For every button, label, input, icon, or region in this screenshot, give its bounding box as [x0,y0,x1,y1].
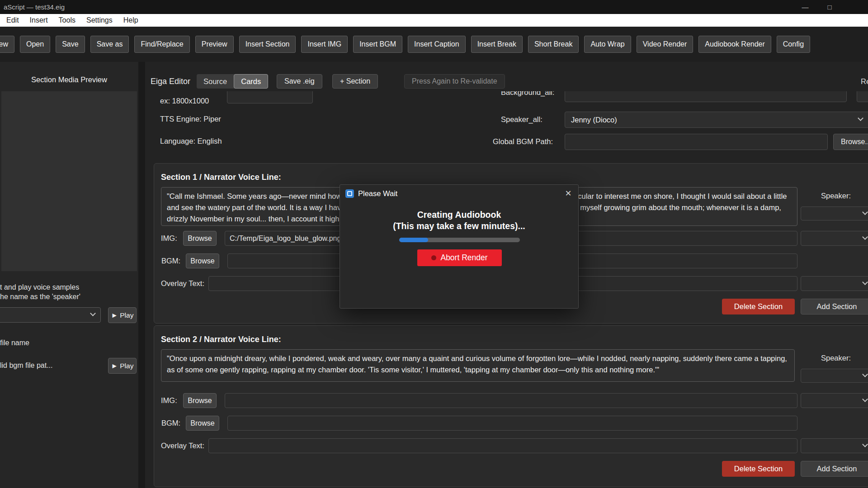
chevron-down-icon [862,371,868,377]
toolbar-insert-section-button[interactable]: Insert Section [239,36,296,53]
minimize-icon[interactable]: — [793,0,817,14]
global-bgm-input[interactable] [565,134,828,150]
toolbar-short-break-button[interactable]: Short Break [528,36,579,53]
play-bgm-button[interactable]: ► Play [108,358,137,374]
section-heading: Section 1 / Narrator Voice Line: [161,173,281,182]
dialog-message: Creating Audiobook [340,210,578,220]
bgm-path-input[interactable] [227,416,797,431]
delete-section-button[interactable]: Delete Section [722,299,795,314]
play-voice-sample-button[interactable]: ► Play [108,307,137,323]
narrator-voice-textarea[interactable]: "Once upon a midnight dreary, while I po… [161,349,795,382]
maximize-icon[interactable]: □ [817,0,842,14]
speaker-label: Speaker: [821,192,851,200]
section-media-preview-panel [1,91,137,271]
toolbar-save-button[interactable]: Save [56,36,85,53]
toolbar-audiobook-render-button[interactable]: Audiobook Render [698,36,771,53]
abort-render-button[interactable]: Abort Render [417,249,502,266]
overlay-text-input[interactable] [208,438,797,453]
menu-help[interactable]: Help [118,16,144,24]
app-icon [345,189,354,198]
dialog-titlebar: Please Wait ✕ [340,185,578,202]
toolbar: New Open Save Save as Find/Replace Previ… [0,27,868,62]
speaker-label: Speaker: [821,354,851,362]
bgm-browse-button[interactable]: Browse [186,416,219,431]
voice-sample-hint-line2: he name as the 'speaker' [0,293,80,301]
tab-source[interactable]: Source [197,74,234,89]
bgm-label: BGM: [161,419,180,427]
bgm-browse-button[interactable]: Browse [186,253,219,268]
img-path-input[interactable] [225,393,797,408]
overlay-right-select[interactable] [801,276,868,291]
language-label: Language: English [160,137,222,145]
record-dot-icon [431,255,436,260]
global-bgm-label: Global BGM Path: [493,137,553,146]
toolbar-insert-img-button[interactable]: Insert IMG [301,36,348,53]
toolbar-insert-break-button[interactable]: Insert Break [471,36,523,53]
toolbar-video-render-button[interactable]: Video Render [637,36,693,53]
img-right-select[interactable] [801,393,868,408]
abort-render-label: Abort Render [440,253,487,263]
toolbar-insert-bgm-button[interactable]: Insert BGM [353,36,402,53]
toolbar-auto-wrap-button[interactable]: Auto Wrap [584,36,631,53]
toolbar-insert-caption-button[interactable]: Insert Caption [408,36,466,53]
close-icon[interactable]: ✕ [558,185,578,202]
sidebar-title: Section Media Preview [0,75,138,84]
view-mode-tabs: Source Cards [197,74,268,89]
speaker-select[interactable] [801,369,868,383]
editor-title: Eiga Editor [151,74,190,89]
dialog-submessage: (This may take a few minutes)... [340,221,578,231]
global-bgm-browse-button[interactable]: Browse... [833,134,868,150]
chevron-down-icon [862,441,868,447]
add-section-top-button[interactable]: + Section [332,74,378,89]
overlay-text-label: Overlay Text: [161,279,204,288]
img-browse-button[interactable]: Browse [183,393,217,408]
delete-section-button[interactable]: Delete Section [722,461,795,477]
please-wait-dialog: Please Wait ✕ Creating Audiobook (This m… [340,184,579,309]
speaker-all-value: Jenny (Dioco) [565,112,868,127]
sidebar-divider [138,62,145,488]
add-section-button[interactable]: Add Section [801,299,868,314]
progress-fill [399,238,428,242]
img-right-select[interactable] [801,231,868,246]
toolbar-open-button[interactable]: Open [20,36,50,53]
toolbar-config-button[interactable]: Config [777,36,810,53]
img-browse-button[interactable]: Browse [183,231,217,246]
progress-bar [399,238,520,242]
toolbar-find-replace-button[interactable]: Find/Replace [134,36,189,53]
voice-sample-select[interactable] [0,307,101,323]
bgm-path-hint: lid bgm file pat... [0,361,53,370]
menu-insert[interactable]: Insert [24,16,53,24]
img-label: IMG: [161,396,177,405]
bgm-label: BGM: [161,257,180,265]
tts-engine-label: TTS Engine: Piper [160,115,221,123]
overlay-right-select[interactable] [801,438,868,453]
toolbar-new-button[interactable]: New [0,36,14,53]
speaker-select[interactable] [801,206,868,221]
window-controls: — □ [793,0,842,14]
window-title: aScript — test34.eig [4,3,65,11]
top-right-cut-label: Re [861,74,868,89]
overlay-text-label: Overlay Text: [161,441,204,450]
chevron-down-icon [862,279,868,285]
img-label: IMG: [161,234,177,243]
file-name-hint: file name [0,339,29,347]
chevron-down-icon [90,310,96,316]
chevron-down-icon [862,234,868,240]
add-section-button[interactable]: Add Section [801,461,868,477]
save-eig-button[interactable]: Save .eig [277,74,322,89]
window-titlebar: aScript — test34.eig — □ [0,0,868,14]
menu-tools[interactable]: Tools [53,16,81,24]
toolbar-preview-button[interactable]: Preview [195,36,234,53]
sidebar: Section Media Preview t and play voice s… [0,62,138,488]
tab-cards[interactable]: Cards [234,74,268,89]
speaker-all-select[interactable]: Jenny (Dioco) [565,112,868,128]
chevron-down-icon [862,209,868,215]
menu-edit[interactable]: Edit [1,16,24,24]
menu-bar: Edit Insert Tools Settings Help [0,14,868,27]
toolbar-save-as-button[interactable]: Save as [90,36,129,53]
editor-header: Eiga Editor Source Cards Save .eig + Sec… [145,62,868,91]
menu-settings[interactable]: Settings [81,16,118,24]
revalidate-button[interactable]: Press Again to Re-validate [404,74,505,89]
resolution-hint-label: ex: 1800x1000 [160,97,209,105]
speaker-all-label: Speaker_all: [501,115,542,124]
